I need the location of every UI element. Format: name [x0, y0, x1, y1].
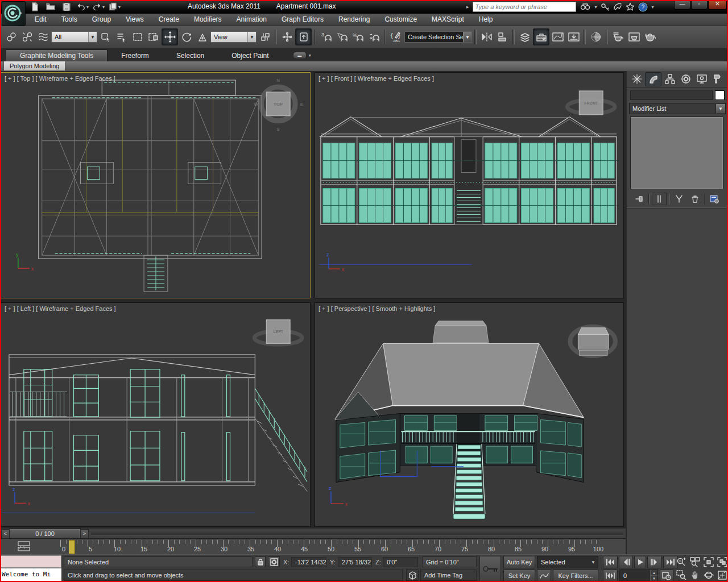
z-coordinate-field[interactable]: 0'0" [383, 557, 418, 567]
play-button[interactable] [634, 556, 646, 568]
menu-item[interactable]: Edit [27, 14, 54, 26]
coord-system-arrow[interactable]: ▼ [247, 32, 256, 42]
redo-dropdown-arrow[interactable]: ▾ [102, 5, 105, 10]
menu-item[interactable]: Views [118, 14, 151, 26]
open-file-button[interactable] [44, 1, 57, 13]
viewport-top[interactable]: [ + ] [ Top ] [ Wireframe + Edged Faces … [1, 72, 311, 298]
current-frame-marker[interactable] [69, 540, 75, 554]
keyboard-shortcut-override-button[interactable] [295, 28, 312, 45]
modifier-list-arrow[interactable]: ▼ [715, 104, 725, 113]
set-key-button[interactable]: Set Key [503, 569, 535, 581]
manage-layers-button[interactable] [517, 29, 532, 45]
selection-filter-arrow[interactable]: ▼ [88, 32, 97, 42]
top-viewcube[interactable]: TOP N S E W [254, 78, 303, 132]
infocenter-expand-icon[interactable]: ▸ [466, 4, 469, 10]
object-color-swatch[interactable] [715, 90, 725, 100]
menu-item[interactable]: Rendering [331, 14, 377, 26]
previous-frame-slider-button[interactable]: < [1, 529, 10, 539]
named-sets-arrow[interactable]: ▼ [463, 32, 471, 42]
zoom-button[interactable] [675, 556, 688, 568]
viewport-top-label[interactable]: [ + ] [ Top ] [ Wireframe + Edged Faces … [5, 75, 115, 82]
ribbon-tab-freeform[interactable]: Freeform [107, 50, 163, 61]
time-slider[interactable]: 0 / 100 [10, 529, 80, 539]
make-unique-button[interactable] [672, 193, 686, 205]
set-keys-button[interactable] [479, 556, 501, 581]
angle-snap-button[interactable] [334, 29, 350, 45]
snaps-toggle-button[interactable]: 3 [318, 29, 334, 45]
select-and-link-button[interactable] [3, 29, 19, 45]
spinner-snap-button[interactable] [366, 29, 382, 45]
show-end-result-button[interactable] [652, 193, 667, 205]
align-button[interactable] [495, 29, 510, 45]
polygon-modeling-panel-tab[interactable]: Polygon Modeling [3, 61, 65, 71]
communication-center-icon[interactable] [613, 2, 622, 11]
application-menu-button[interactable] [2, 1, 26, 26]
maximize-button[interactable]: ▫ [691, 0, 708, 10]
object-name-input[interactable] [630, 90, 713, 100]
favorites-star-icon[interactable] [626, 2, 635, 11]
menu-item[interactable]: Tools [54, 14, 85, 26]
schematic-view-button[interactable] [566, 29, 581, 45]
select-and-move-button[interactable] [162, 28, 178, 45]
motion-tab[interactable] [678, 72, 693, 85]
curve-editor-button[interactable] [550, 29, 565, 45]
menu-item[interactable]: MAXScript [424, 14, 471, 26]
ribbon-tab-graphite[interactable]: Graphite Modeling Tools [6, 49, 107, 61]
bind-to-space-warp-button[interactable] [35, 29, 51, 45]
menu-item[interactable]: Group [85, 14, 118, 26]
subscription-key-icon[interactable] [601, 2, 610, 11]
track-bar[interactable]: 0510152025303540455055606570758085909510… [0, 538, 626, 555]
selection-filter-select[interactable]: All▼ [51, 31, 97, 43]
ribbon-tab-object-paint[interactable]: Object Paint [218, 50, 282, 61]
rectangular-selection-region-button[interactable] [130, 29, 145, 45]
y-coordinate-field[interactable]: 27'5 18/32 [338, 557, 372, 567]
search-dropdown-arrow[interactable]: ▾ [595, 5, 597, 10]
perspective-viewcube[interactable] [570, 327, 615, 356]
edit-named-selection-sets-button[interactable]: {}ABC [388, 29, 404, 45]
display-tab[interactable] [694, 72, 709, 85]
pin-stack-button[interactable] [632, 193, 646, 205]
menu-item[interactable]: Graph Editors [274, 14, 331, 26]
mini-curve-editor-icon[interactable] [17, 541, 33, 552]
help-icon[interactable]: ? [638, 2, 648, 12]
viewport-perspective[interactable]: [ + ] [ Perspective ] [ Smooth + Highlig… [315, 302, 624, 527]
selection-set-dropdown[interactable]: Selected▼ [537, 556, 598, 568]
go-to-start-button[interactable] [603, 556, 618, 568]
new-file-button[interactable] [28, 1, 41, 13]
add-time-tag-field[interactable]: Add Time Tag [420, 569, 477, 581]
menu-item[interactable]: Create [151, 14, 187, 26]
absolute-mode-button[interactable] [268, 556, 280, 567]
default-in-out-tangents-button[interactable] [537, 569, 551, 581]
select-object-button[interactable] [98, 29, 113, 45]
zoom-region-button[interactable] [675, 569, 688, 581]
frame-spinner-down[interactable]: ▼ [651, 576, 657, 581]
configure-modifier-sets-button[interactable] [708, 193, 721, 205]
frame-spinner-up[interactable]: ▲ [651, 570, 657, 576]
menu-item[interactable]: Modifiers [187, 14, 229, 26]
mirror-button[interactable] [479, 29, 494, 45]
zoom-all-button[interactable] [688, 556, 701, 568]
next-frame-slider-button[interactable]: > [80, 529, 89, 539]
redo-button[interactable]: ▾ [92, 1, 105, 13]
key-mode-toggle-button[interactable] [603, 569, 618, 581]
ribbon-minimize-button[interactable]: ▬ [293, 52, 307, 59]
ribbon-tab-selection[interactable]: Selection [163, 50, 218, 61]
pan-button[interactable] [688, 569, 701, 581]
maximize-viewport-toggle-button[interactable] [715, 569, 728, 581]
render-setup-button[interactable] [610, 29, 626, 45]
render-production-button[interactable] [642, 29, 657, 45]
window-crossing-button[interactable] [146, 29, 161, 45]
selection-lock-button[interactable] [255, 556, 266, 567]
project-folder-button[interactable]: ▾ [108, 1, 121, 13]
viewport-left[interactable]: [ + ] [ Left ] [ Wireframe + Edged Faces… [1, 302, 311, 527]
modifier-list-dropdown[interactable]: Modifier List ▼ [629, 103, 726, 114]
utilities-tab[interactable] [710, 72, 725, 85]
select-and-manipulate-button[interactable] [279, 29, 295, 45]
project-dropdown-arrow[interactable]: ▾ [118, 5, 121, 10]
frame-spinner[interactable]: ▲▼ [650, 570, 657, 581]
modifier-stack[interactable] [630, 117, 723, 189]
undo-button[interactable]: ▾ [76, 1, 89, 13]
left-viewcube[interactable]: LEFT [254, 320, 302, 345]
select-and-scale-button[interactable] [195, 29, 210, 45]
unlink-selection-button[interactable] [19, 29, 35, 45]
